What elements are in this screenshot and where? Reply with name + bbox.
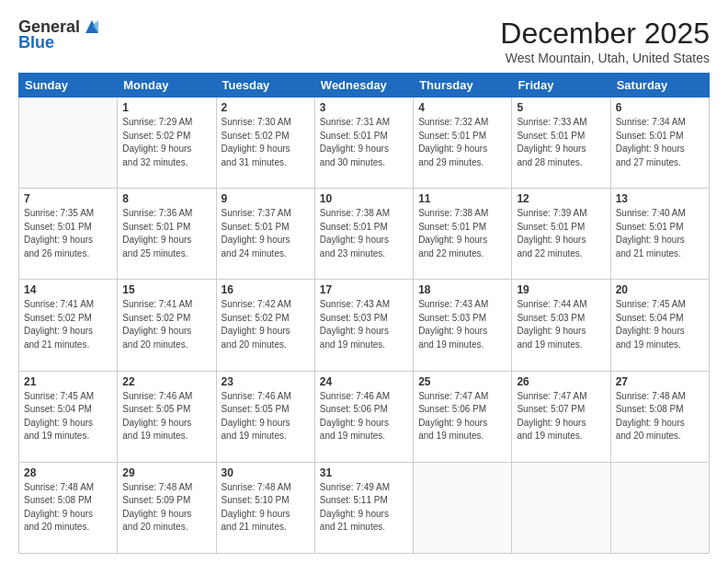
day-number: 2: [222, 101, 310, 114]
day-number: 25: [418, 375, 506, 388]
day-info: Sunrise: 7:46 AMSunset: 5:06 PMDaylight:…: [320, 390, 408, 443]
calendar-cell: 5Sunrise: 7:33 AMSunset: 5:01 PMDaylight…: [512, 98, 610, 189]
day-info: Sunrise: 7:32 AMSunset: 5:01 PMDaylight:…: [418, 116, 506, 169]
calendar-cell: 6Sunrise: 7:34 AMSunset: 5:01 PMDaylight…: [610, 98, 709, 189]
col-thursday: Thursday: [414, 74, 512, 98]
day-info: Sunrise: 7:48 AMSunset: 5:10 PMDaylight:…: [222, 481, 310, 534]
day-info: Sunrise: 7:38 AMSunset: 5:01 PMDaylight:…: [320, 207, 408, 260]
day-number: 8: [122, 192, 210, 205]
day-info: Sunrise: 7:40 AMSunset: 5:01 PMDaylight:…: [616, 207, 704, 260]
calendar-cell: 2Sunrise: 7:30 AMSunset: 5:02 PMDaylight…: [216, 98, 314, 189]
day-info: Sunrise: 7:30 AMSunset: 5:02 PMDaylight:…: [222, 116, 310, 169]
day-number: 30: [222, 466, 310, 479]
day-info: Sunrise: 7:46 AMSunset: 5:05 PMDaylight:…: [122, 390, 210, 443]
calendar-cell: 7Sunrise: 7:35 AMSunset: 5:01 PMDaylight…: [19, 189, 118, 280]
calendar-cell: 19Sunrise: 7:44 AMSunset: 5:03 PMDayligh…: [512, 280, 610, 371]
day-number: 6: [616, 101, 704, 114]
calendar-cell: 26Sunrise: 7:47 AMSunset: 5:07 PMDayligh…: [512, 371, 610, 462]
day-info: Sunrise: 7:47 AMSunset: 5:06 PMDaylight:…: [418, 390, 506, 443]
day-number: 13: [616, 192, 704, 205]
day-number: 26: [517, 375, 605, 388]
calendar-cell: 31Sunrise: 7:49 AMSunset: 5:11 PMDayligh…: [314, 462, 413, 553]
day-number: 3: [320, 101, 408, 114]
day-number: 18: [418, 283, 506, 296]
day-number: 20: [616, 283, 704, 296]
day-info: Sunrise: 7:29 AMSunset: 5:02 PMDaylight:…: [122, 116, 210, 169]
day-number: 23: [222, 375, 310, 388]
calendar-cell: 3Sunrise: 7:31 AMSunset: 5:01 PMDaylight…: [314, 98, 413, 189]
calendar-cell: 13Sunrise: 7:40 AMSunset: 5:01 PMDayligh…: [610, 189, 709, 280]
calendar-header-row: Sunday Monday Tuesday Wednesday Thursday…: [19, 74, 710, 98]
day-number: 10: [320, 192, 408, 205]
calendar-cell: 24Sunrise: 7:46 AMSunset: 5:06 PMDayligh…: [314, 371, 413, 462]
calendar-cell: 9Sunrise: 7:37 AMSunset: 5:01 PMDaylight…: [216, 189, 314, 280]
calendar-cell: 23Sunrise: 7:46 AMSunset: 5:05 PMDayligh…: [216, 371, 314, 462]
day-info: Sunrise: 7:49 AMSunset: 5:11 PMDaylight:…: [320, 481, 408, 534]
logo-text: General Blue: [18, 17, 104, 52]
calendar-cell: 1Sunrise: 7:29 AMSunset: 5:02 PMDaylight…: [118, 98, 216, 189]
calendar-cell: 22Sunrise: 7:46 AMSunset: 5:05 PMDayligh…: [118, 371, 216, 462]
calendar-cell: 17Sunrise: 7:43 AMSunset: 5:03 PMDayligh…: [314, 280, 413, 371]
calendar-cell: [414, 462, 512, 553]
header: General Blue December 2025 West Mountain…: [18, 17, 710, 65]
location: West Mountain, Utah, United States: [500, 51, 710, 65]
day-number: 5: [517, 101, 605, 114]
day-info: Sunrise: 7:33 AMSunset: 5:01 PMDaylight:…: [517, 116, 605, 169]
day-number: 4: [418, 101, 506, 114]
calendar-cell: 15Sunrise: 7:41 AMSunset: 5:02 PMDayligh…: [118, 280, 216, 371]
day-number: 19: [517, 283, 605, 296]
day-info: Sunrise: 7:38 AMSunset: 5:01 PMDaylight:…: [418, 207, 506, 260]
day-number: 24: [320, 375, 408, 388]
day-info: Sunrise: 7:34 AMSunset: 5:01 PMDaylight:…: [616, 116, 704, 169]
day-info: Sunrise: 7:45 AMSunset: 5:04 PMDaylight:…: [24, 390, 112, 443]
day-info: Sunrise: 7:47 AMSunset: 5:07 PMDaylight:…: [517, 390, 605, 443]
logo-icon: [82, 17, 102, 37]
page: General Blue December 2025 West Mountain…: [0, 0, 728, 563]
day-info: Sunrise: 7:48 AMSunset: 5:08 PMDaylight:…: [616, 390, 704, 443]
day-number: 1: [122, 101, 210, 114]
col-monday: Monday: [118, 74, 216, 98]
day-info: Sunrise: 7:39 AMSunset: 5:01 PMDaylight:…: [517, 207, 605, 260]
day-number: 22: [122, 375, 210, 388]
day-number: 15: [122, 283, 210, 296]
week-row-3: 14Sunrise: 7:41 AMSunset: 5:02 PMDayligh…: [19, 280, 710, 371]
calendar-cell: 29Sunrise: 7:48 AMSunset: 5:09 PMDayligh…: [118, 462, 216, 553]
calendar-cell: [610, 462, 709, 553]
week-row-1: 1Sunrise: 7:29 AMSunset: 5:02 PMDaylight…: [19, 98, 710, 189]
day-info: Sunrise: 7:43 AMSunset: 5:03 PMDaylight:…: [418, 298, 506, 351]
calendar-cell: 27Sunrise: 7:48 AMSunset: 5:08 PMDayligh…: [610, 371, 709, 462]
calendar-cell: 12Sunrise: 7:39 AMSunset: 5:01 PMDayligh…: [512, 189, 610, 280]
day-info: Sunrise: 7:48 AMSunset: 5:09 PMDaylight:…: [122, 481, 210, 534]
day-info: Sunrise: 7:41 AMSunset: 5:02 PMDaylight:…: [24, 298, 112, 351]
day-number: 16: [222, 283, 310, 296]
col-saturday: Saturday: [610, 74, 709, 98]
calendar-cell: 21Sunrise: 7:45 AMSunset: 5:04 PMDayligh…: [19, 371, 118, 462]
day-number: 9: [222, 192, 310, 205]
day-info: Sunrise: 7:46 AMSunset: 5:05 PMDaylight:…: [222, 390, 310, 443]
day-info: Sunrise: 7:48 AMSunset: 5:08 PMDaylight:…: [24, 481, 112, 534]
day-info: Sunrise: 7:36 AMSunset: 5:01 PMDaylight:…: [122, 207, 210, 260]
day-number: 11: [418, 192, 506, 205]
week-row-5: 28Sunrise: 7:48 AMSunset: 5:08 PMDayligh…: [19, 462, 710, 553]
day-number: 29: [122, 466, 210, 479]
day-info: Sunrise: 7:31 AMSunset: 5:01 PMDaylight:…: [320, 116, 408, 169]
day-number: 28: [24, 466, 112, 479]
calendar-cell: [512, 462, 610, 553]
calendar-cell: 11Sunrise: 7:38 AMSunset: 5:01 PMDayligh…: [414, 189, 512, 280]
col-friday: Friday: [512, 74, 610, 98]
day-number: 21: [24, 375, 112, 388]
day-number: 14: [24, 283, 112, 296]
day-number: 17: [320, 283, 408, 296]
day-info: Sunrise: 7:35 AMSunset: 5:01 PMDaylight:…: [24, 207, 112, 260]
day-info: Sunrise: 7:44 AMSunset: 5:03 PMDaylight:…: [517, 298, 605, 351]
calendar-cell: 16Sunrise: 7:42 AMSunset: 5:02 PMDayligh…: [216, 280, 314, 371]
col-wednesday: Wednesday: [314, 74, 413, 98]
calendar-cell: 18Sunrise: 7:43 AMSunset: 5:03 PMDayligh…: [414, 280, 512, 371]
calendar-cell: [19, 98, 118, 189]
day-number: 12: [517, 192, 605, 205]
calendar-cell: 14Sunrise: 7:41 AMSunset: 5:02 PMDayligh…: [19, 280, 118, 371]
col-sunday: Sunday: [19, 74, 118, 98]
day-info: Sunrise: 7:37 AMSunset: 5:01 PMDaylight:…: [222, 207, 310, 260]
calendar-cell: 28Sunrise: 7:48 AMSunset: 5:08 PMDayligh…: [19, 462, 118, 553]
calendar-table: Sunday Monday Tuesday Wednesday Thursday…: [18, 73, 710, 554]
